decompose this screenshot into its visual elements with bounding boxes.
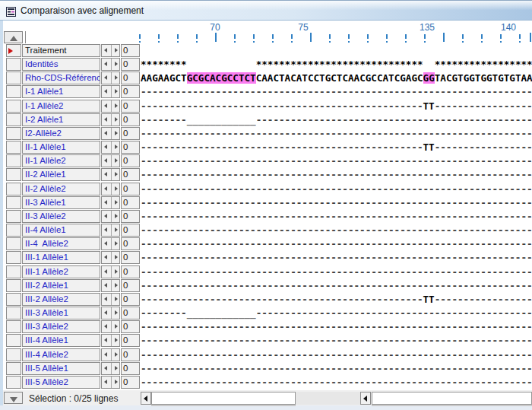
row-label-cell[interactable]: I-2 Allèle1 <box>22 113 100 126</box>
spin-left-button[interactable] <box>102 363 111 374</box>
row-label-cell[interactable]: II-1 Allèle1 <box>22 141 100 154</box>
row-offset-value[interactable]: 0 <box>121 224 140 237</box>
h-scrollbar-right-thumb[interactable] <box>372 392 532 405</box>
row-marker-cell[interactable] <box>6 210 21 223</box>
row-offset-value[interactable]: 0 <box>121 154 140 167</box>
row-offset-value[interactable]: 0 <box>121 72 140 84</box>
h-scrollbar-left-thumb[interactable] <box>151 392 296 405</box>
row-offset-value[interactable]: 0 <box>121 293 140 306</box>
spin-right-button[interactable] <box>111 280 121 291</box>
spin-left-button[interactable] <box>102 238 111 249</box>
row-label-cell[interactable]: II-3 Allèle1 <box>22 196 100 209</box>
spin-left-button[interactable] <box>102 307 111 319</box>
row-offset-value[interactable]: 0 <box>121 348 140 361</box>
row-marker-cell[interactable] <box>6 224 21 237</box>
spin-right-button[interactable] <box>111 321 121 332</box>
spin-right-button[interactable] <box>111 377 121 388</box>
row-label-cell[interactable]: III-1 Allèle1 <box>22 251 100 264</box>
row-label-cell[interactable]: II-4 Allèle2 <box>22 237 100 250</box>
spin-left-button[interactable] <box>102 169 111 180</box>
spin-right-button[interactable] <box>111 169 121 180</box>
row-marker-cell[interactable] <box>6 265 21 278</box>
row-label-cell[interactable]: III-5 Allèle1 <box>22 362 100 375</box>
spin-right-button[interactable] <box>111 183 121 195</box>
spin-right-button[interactable] <box>111 59 121 70</box>
row-offset-value[interactable]: 0 <box>121 376 140 389</box>
row-marker-cell[interactable] <box>6 100 21 113</box>
row-offset-value[interactable]: 0 <box>121 237 140 250</box>
spin-left-button[interactable] <box>102 211 111 222</box>
row-marker-cell[interactable] <box>6 44 21 57</box>
row-label-cell[interactable]: III-2 Allèle1 <box>22 279 100 292</box>
row-marker-cell[interactable] <box>6 237 21 250</box>
row-marker-cell[interactable] <box>6 307 21 319</box>
row-label-cell[interactable]: II-4 Allèle1 <box>22 224 100 237</box>
titlebar[interactable]: Comparaison avec alignement <box>0 0 532 21</box>
spin-right-button[interactable] <box>111 349 121 361</box>
row-label-cell[interactable]: II-2 Allèle1 <box>22 168 100 181</box>
row-label-cell[interactable]: III-3 Allèle1 <box>22 307 100 319</box>
spin-right-button[interactable] <box>111 294 121 305</box>
row-marker-cell[interactable] <box>6 279 21 292</box>
row-offset-value[interactable]: 0 <box>121 307 140 319</box>
row-offset-value[interactable]: 0 <box>121 58 140 71</box>
spin-left-button[interactable] <box>102 141 111 153</box>
row-offset-value[interactable]: 0 <box>121 127 140 140</box>
row-marker-cell[interactable] <box>6 251 21 264</box>
row-offset-value[interactable]: 0 <box>121 362 140 375</box>
row-label-cell[interactable]: I-1 Allèle1 <box>22 85 100 98</box>
row-offset-value[interactable]: 0 <box>121 85 140 98</box>
spin-right-button[interactable] <box>111 114 121 126</box>
spin-left-button[interactable] <box>102 252 111 263</box>
row-offset-value[interactable]: 0 <box>121 334 140 347</box>
row-marker-cell[interactable] <box>6 141 21 154</box>
spin-left-button[interactable] <box>102 45 111 56</box>
spin-right-button[interactable] <box>111 335 121 346</box>
spin-left-button[interactable] <box>102 86 111 97</box>
spin-right-button[interactable] <box>111 72 121 84</box>
row-offset-value[interactable]: 0 <box>121 100 140 113</box>
row-label-cell[interactable]: I-1 Allèle2 <box>22 100 100 113</box>
spin-right-button[interactable] <box>111 86 121 97</box>
row-offset-value[interactable]: 0 <box>121 183 140 195</box>
spin-left-button[interactable] <box>102 59 111 70</box>
spin-left-button[interactable] <box>102 321 111 332</box>
row-offset-value[interactable]: 0 <box>121 141 140 154</box>
row-marker-cell[interactable] <box>6 334 21 347</box>
spin-right-button[interactable] <box>111 197 121 208</box>
row-label-cell[interactable]: II-3 Allèle2 <box>22 210 100 223</box>
row-label-cell[interactable]: Traitement <box>22 44 100 57</box>
row-offset-value[interactable]: 0 <box>121 196 140 209</box>
row-label-cell[interactable]: II-2 Allèle2 <box>22 183 100 195</box>
spin-left-button[interactable] <box>102 266 111 278</box>
spin-right-button[interactable] <box>111 363 121 374</box>
row-marker-cell[interactable] <box>6 320 21 333</box>
scroll-down-button[interactable] <box>4 392 23 404</box>
spin-right-button[interactable] <box>111 252 121 263</box>
row-label-cell[interactable]: III-5 Allèle2 <box>22 376 100 389</box>
row-marker-cell[interactable] <box>6 58 21 71</box>
spin-left-button[interactable] <box>102 349 111 361</box>
row-offset-value[interactable]: 0 <box>121 265 140 278</box>
row-offset-value[interactable]: 0 <box>121 113 140 126</box>
spin-left-button[interactable] <box>102 335 111 346</box>
spin-left-button[interactable] <box>102 72 111 84</box>
spin-left-button[interactable] <box>102 294 111 305</box>
spin-right-button[interactable] <box>111 211 121 222</box>
spin-right-button[interactable] <box>111 128 121 139</box>
row-offset-value[interactable]: 0 <box>121 168 140 181</box>
spin-left-button[interactable] <box>102 155 111 167</box>
row-label-cell[interactable]: III-3 Allèle2 <box>22 320 100 333</box>
row-marker-cell[interactable] <box>6 127 21 140</box>
spin-left-button[interactable] <box>102 377 111 388</box>
row-label-cell[interactable]: III-1 Allèle2 <box>22 265 100 278</box>
h-scrollbar-left-button[interactable] <box>141 392 151 405</box>
spin-left-button[interactable] <box>102 114 111 126</box>
row-offset-value[interactable]: 0 <box>121 320 140 333</box>
row-label-cell[interactable]: III-4 Allèle2 <box>22 348 100 361</box>
row-marker-cell[interactable] <box>6 293 21 306</box>
row-marker-cell[interactable] <box>6 72 21 84</box>
row-label-cell[interactable]: III-2 Allèle2 <box>22 293 100 306</box>
row-offset-value[interactable]: 0 <box>121 210 140 223</box>
row-label-cell[interactable]: Rho-CDS-Référence <box>22 72 100 84</box>
